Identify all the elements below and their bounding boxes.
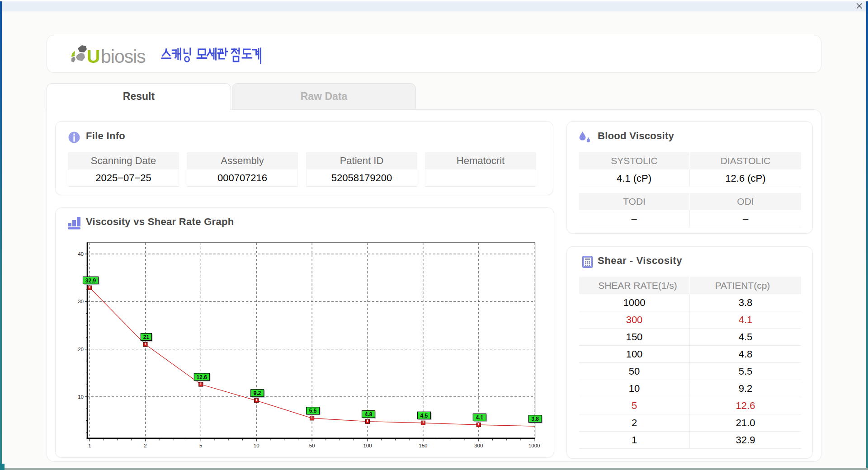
- svg-text:150: 150: [419, 443, 427, 448]
- svg-text:10: 10: [254, 443, 259, 448]
- svg-text:30: 30: [78, 299, 84, 304]
- svg-text:20: 20: [78, 347, 84, 352]
- svg-text:2: 2: [144, 443, 146, 448]
- svg-text:9.2: 9.2: [254, 390, 261, 396]
- svg-text:1: 1: [88, 443, 91, 448]
- svg-text:4.5: 4.5: [420, 413, 428, 419]
- svg-text:1000: 1000: [528, 443, 540, 448]
- svg-text:4.1: 4.1: [476, 414, 483, 421]
- svg-text:5: 5: [199, 443, 202, 448]
- svg-text:21: 21: [143, 334, 150, 340]
- svg-text:4.8: 4.8: [365, 411, 373, 418]
- svg-text:12.6: 12.6: [197, 374, 208, 381]
- svg-text:5.5: 5.5: [309, 408, 317, 414]
- svg-text:biosis: biosis: [101, 46, 146, 66]
- svg-text:U: U: [87, 46, 100, 66]
- svg-text:50: 50: [309, 443, 315, 448]
- svg-text:100: 100: [363, 443, 372, 448]
- svg-text:300: 300: [474, 443, 483, 448]
- svg-text:40: 40: [78, 251, 84, 257]
- svg-text:32.9: 32.9: [85, 277, 96, 284]
- svg-text:3.8: 3.8: [531, 416, 539, 422]
- svg-text:10: 10: [78, 394, 84, 400]
